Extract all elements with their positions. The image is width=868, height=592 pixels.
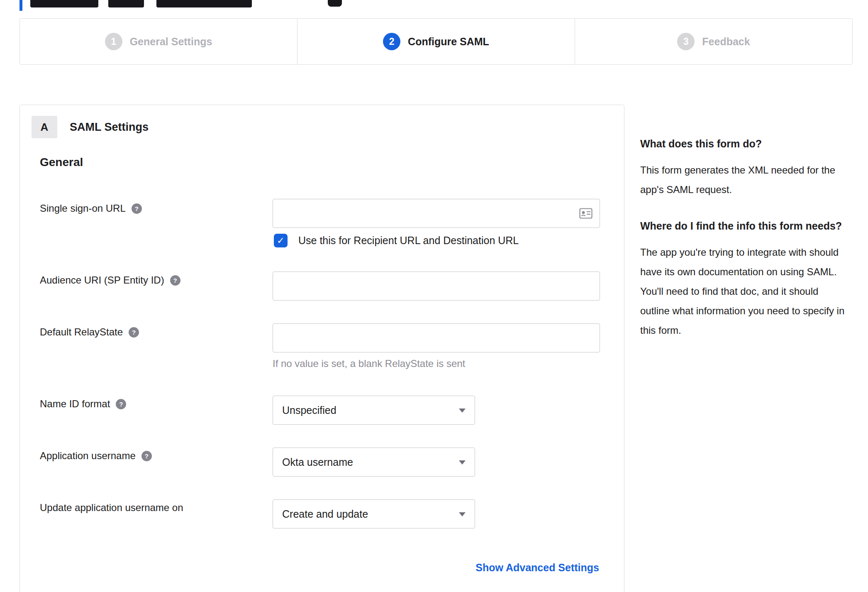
- chevron-down-icon: [459, 409, 466, 413]
- help-paragraph-what: This form generates the XML needed for t…: [640, 160, 850, 199]
- step-1-number-badge: 1: [105, 33, 122, 50]
- recipient-url-checkbox-row: ✓ Use this for Recipient URL and Destina…: [274, 234, 519, 247]
- application-username-value: Okta username: [282, 456, 353, 468]
- update-application-username-value: Create and update: [282, 508, 368, 520]
- update-application-username-select[interactable]: Create and update: [273, 499, 475, 528]
- truncated-accent-bar: [20, 0, 22, 11]
- name-id-format-label: Name ID format ?: [40, 398, 126, 410]
- single-sign-on-url-field: [273, 199, 600, 228]
- help-heading-what: What does this form do?: [640, 135, 850, 152]
- saml-configuration-wizard: 1 General Settings 2 Configure SAML 3 Fe…: [0, 0, 868, 592]
- help-icon[interactable]: ?: [129, 327, 139, 338]
- step-1-label: General Settings: [130, 36, 212, 48]
- truncated-header-icon: [328, 0, 342, 7]
- application-username-label: Application username ?: [40, 450, 152, 462]
- step-2-number-badge: 2: [383, 33, 400, 50]
- help-paragraph-where: The app you're trying to integrate with …: [640, 242, 850, 340]
- step-feedback[interactable]: 3 Feedback: [575, 19, 852, 64]
- audience-uri-label: Audience URI (SP Entity ID) ?: [40, 274, 180, 286]
- use-for-recipient-url-checkbox[interactable]: ✓: [274, 234, 288, 247]
- help-icon[interactable]: ?: [132, 203, 142, 214]
- recipient-url-checkbox-label: Use this for Recipient URL and Destinati…: [298, 235, 519, 247]
- update-application-username-label: Update application username on: [40, 502, 183, 514]
- help-icon[interactable]: ?: [116, 399, 126, 409]
- help-sidebar: What does this form do? This form genera…: [640, 135, 850, 358]
- chevron-down-icon: [459, 512, 466, 516]
- default-relaystate-label: Default RelayState ?: [40, 326, 139, 338]
- truncated-title-fragment: [156, 0, 252, 7]
- application-username-select[interactable]: Okta username: [273, 448, 475, 477]
- help-icon[interactable]: ?: [141, 451, 152, 461]
- step-general-settings[interactable]: 1 General Settings: [20, 19, 297, 64]
- default-relaystate-input[interactable]: [273, 323, 600, 352]
- help-heading-where: Where do I find the info this form needs…: [640, 218, 850, 234]
- truncated-title-fragment: [108, 0, 144, 7]
- general-section-heading: General: [40, 156, 83, 169]
- step-3-label: Feedback: [702, 36, 750, 48]
- panel-header: A SAML Settings: [32, 116, 149, 138]
- section-a-badge: A: [32, 116, 57, 138]
- relaystate-hint: If no value is set, a blank RelayState i…: [273, 358, 465, 369]
- panel-title: SAML Settings: [70, 121, 149, 134]
- single-sign-on-url-input[interactable]: [273, 199, 600, 228]
- truncated-title-fragment: [30, 0, 98, 7]
- step-2-label: Configure SAML: [408, 36, 489, 48]
- wizard-stepper: 1 General Settings 2 Configure SAML 3 Fe…: [20, 18, 853, 65]
- audience-uri-input[interactable]: [273, 272, 600, 301]
- single-sign-on-url-label: Single sign-on URL ?: [40, 203, 142, 214]
- step-3-number-badge: 3: [677, 33, 695, 50]
- truncated-page-header: [20, 0, 393, 11]
- show-advanced-settings-link[interactable]: Show Advanced Settings: [475, 562, 599, 574]
- step-configure-saml[interactable]: 2 Configure SAML: [297, 19, 575, 64]
- help-icon[interactable]: ?: [170, 275, 180, 286]
- chevron-down-icon: [459, 460, 466, 465]
- name-id-format-select[interactable]: Unspecified: [273, 396, 475, 425]
- name-id-format-value: Unspecified: [282, 404, 336, 416]
- saml-settings-panel: A SAML Settings General Single sign-on U…: [20, 105, 624, 592]
